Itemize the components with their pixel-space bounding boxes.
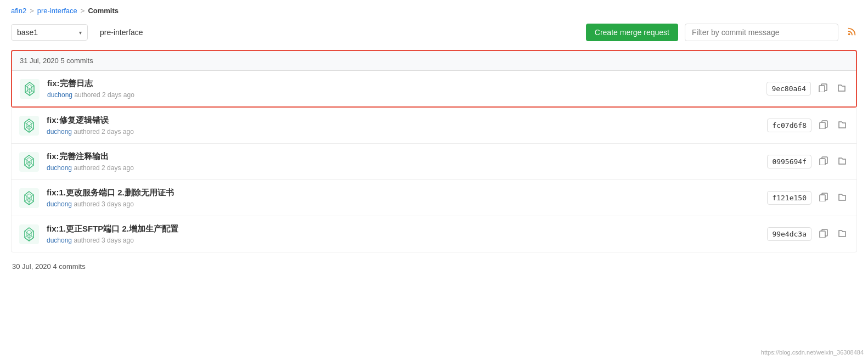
commit-message[interactable]: fix:完善注释输出 [47, 151, 767, 162]
commit-message[interactable]: fix:修复逻辑错误 [47, 115, 767, 126]
commit-actions: 9ec80a64 [766, 82, 848, 95]
commit-hash[interactable]: fc07d6f8 [767, 119, 811, 132]
svg-rect-20 [820, 122, 825, 129]
commit-meta: duchong authored 2 days ago [47, 91, 766, 99]
commit-meta: duchong authored 3 days ago [47, 200, 767, 208]
browse-files-icon[interactable] [836, 155, 849, 168]
commit-info: fix:完善注释输出 duchong authored 2 days ago [47, 151, 767, 172]
svg-rect-50 [820, 231, 825, 238]
commit-meta: duchong authored 2 days ago [47, 128, 767, 136]
svg-rect-40 [820, 195, 825, 201]
toolbar: base1 ▾ pre-interface Create merge reque… [11, 24, 857, 41]
breadcrumb-commits: Commits [88, 7, 119, 15]
svg-rect-10 [819, 86, 825, 92]
table-row: fix:修复逻辑错误 duchong authored 2 days ago f… [11, 108, 857, 144]
commit-group-highlighted: 31 Jul, 2020 5 commits fix:完善日志 duch [11, 50, 857, 108]
commit-info: fix:修复逻辑错误 duchong authored 2 days ago [47, 115, 767, 136]
copy-hash-icon[interactable] [817, 192, 830, 205]
svg-point-0 [848, 33, 850, 35]
commit-time: authored 3 days ago [74, 200, 133, 208]
bottom-section-header: 30 Jul, 2020 4 commits [11, 257, 857, 276]
table-row: fix:完善日志 duchong authored 2 days ago 9ec… [12, 71, 856, 106]
avatar [19, 116, 39, 136]
browse-files-icon[interactable] [836, 119, 849, 132]
standalone-commits: fix:修复逻辑错误 duchong authored 2 days ago f… [11, 108, 857, 252]
commit-hash[interactable]: f121e150 [767, 191, 811, 205]
browse-files-icon[interactable] [836, 228, 849, 241]
commit-meta: duchong authored 3 days ago [47, 237, 767, 244]
breadcrumb-sep2: > [81, 7, 85, 15]
breadcrumb-pre-interface[interactable]: pre-interface [37, 7, 77, 15]
table-row: fix:1.更改服务端口 2.删除无用证书 duchong authored 3… [11, 180, 857, 216]
commit-author[interactable]: duchong [47, 237, 72, 244]
commit-actions: fc07d6f8 [767, 119, 849, 132]
commit-author[interactable]: duchong [47, 200, 72, 208]
commit-info: fix:1.更正SFTP端口 2.增加生产配置 duchong authored… [47, 224, 767, 244]
copy-hash-icon[interactable] [817, 228, 830, 241]
commit-time: authored 2 days ago [74, 91, 134, 99]
copy-hash-icon[interactable] [817, 155, 830, 168]
avatar [19, 224, 39, 244]
create-merge-request-button[interactable]: Create merge request [586, 24, 678, 41]
commit-info: fix:1.更改服务端口 2.删除无用证书 duchong authored 3… [47, 188, 767, 208]
chevron-down-icon: ▾ [79, 30, 82, 36]
commit-hash[interactable]: 9ec80a64 [766, 82, 811, 95]
commit-time: authored 3 days ago [74, 237, 133, 244]
commit-actions: 99e4dc3a [767, 227, 849, 241]
commit-hash[interactable]: 99e4dc3a [767, 227, 811, 241]
svg-rect-30 [820, 159, 825, 165]
copy-hash-icon[interactable] [816, 82, 830, 95]
commit-hash[interactable]: 0995694f [767, 155, 811, 168]
filter-commits-input[interactable] [685, 24, 838, 41]
commit-info: fix:完善日志 duchong authored 2 days ago [47, 78, 766, 99]
avatar [20, 79, 40, 99]
table-row: fix:1.更正SFTP端口 2.增加生产配置 duchong authored… [11, 216, 857, 252]
commit-message[interactable]: fix:1.更改服务端口 2.删除无用证书 [47, 188, 767, 198]
browse-files-icon[interactable] [836, 192, 849, 205]
commit-actions: 0995694f [767, 155, 849, 168]
browse-files-icon[interactable] [835, 82, 848, 95]
commit-author[interactable]: duchong [47, 91, 72, 99]
commit-author[interactable]: duchong [47, 128, 72, 136]
commit-author[interactable]: duchong [47, 164, 72, 172]
table-row: fix:完善注释输出 duchong authored 2 days ago 0… [11, 144, 857, 180]
branch-value: base1 [17, 28, 38, 37]
commit-actions: f121e150 [767, 191, 849, 205]
commit-time: authored 2 days ago [74, 164, 133, 172]
commit-time: authored 2 days ago [74, 128, 133, 136]
rss-icon[interactable] [847, 26, 857, 39]
breadcrumb-sep1: > [30, 7, 34, 15]
breadcrumb: afin2 > pre-interface > Commits [11, 7, 857, 15]
branch-dropdown[interactable]: base1 ▾ [11, 24, 88, 41]
commit-meta: duchong authored 2 days ago [47, 164, 767, 172]
breadcrumb-afin2[interactable]: afin2 [11, 7, 26, 15]
commit-message[interactable]: fix:1.更正SFTP端口 2.增加生产配置 [47, 224, 767, 234]
copy-hash-icon[interactable] [817, 119, 830, 132]
commit-message[interactable]: fix:完善日志 [47, 78, 766, 89]
avatar [19, 152, 39, 172]
commit-group-header: 31 Jul, 2020 5 commits [12, 51, 856, 71]
branch-path-label: pre-interface [94, 25, 149, 40]
avatar [19, 188, 39, 208]
